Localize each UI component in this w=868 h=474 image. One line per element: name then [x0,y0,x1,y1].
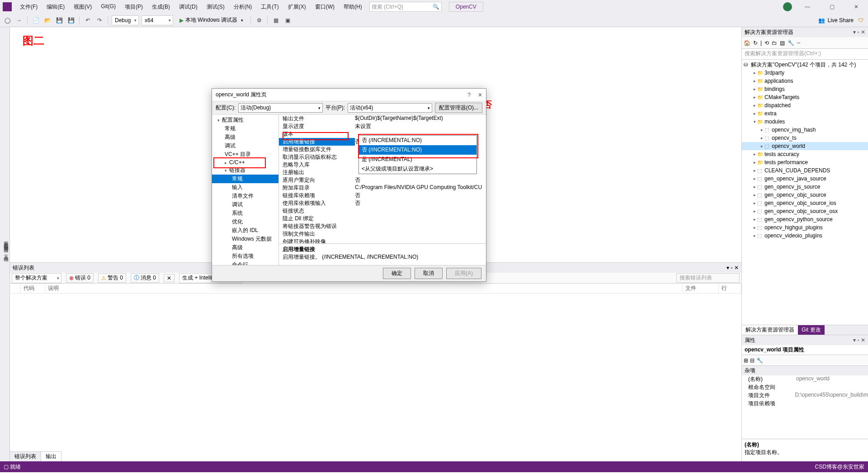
panel-controls[interactable]: ▾ ▫ ✕ [726,265,739,271]
menu-item[interactable]: 分析(N) [229,3,257,11]
collapse-icon[interactable]: 🗀 [772,40,777,46]
tree-item[interactable]: ▸📁applications [742,77,868,85]
tab-git-changes[interactable]: Git 更改 [798,325,825,335]
category-item[interactable]: 所有选项 [212,252,278,261]
close-icon[interactable]: ✕ [847,4,865,10]
home-icon[interactable]: 🏠 [744,40,750,46]
clear-filter[interactable]: ✕ [164,274,175,282]
category-item[interactable]: ▾配置属性 [212,116,278,124]
dropdown-option[interactable]: 是 (/INCREMENTAL) [359,155,476,164]
avatar[interactable] [783,2,792,11]
apply-button[interactable]: 应用(A) [446,268,481,279]
category-item[interactable]: 命令行 [212,261,278,265]
category-item[interactable]: 高级 [212,133,278,142]
property-row[interactable]: 输出文件$(OutDir)$(TargetName)$(TargetExt) [279,115,486,123]
props-icon[interactable]: 🔧 [788,40,794,46]
undo-icon[interactable]: ↶ [83,16,92,25]
minimize-icon[interactable]: — [798,4,816,10]
property-row[interactable]: 附加库目录C:/Program Files/NVIDIA GPU Computi… [279,184,486,192]
solution-name[interactable]: OpenCV [449,2,483,12]
menu-item[interactable]: Git(G) [96,3,120,11]
tree-item[interactable]: ▸⬚opencv_videoio_plugins [742,232,868,240]
menu-item[interactable]: 文件(F) [15,3,42,11]
tree-item[interactable]: ▸⬚gen_opencv_objc_source [742,191,868,199]
open-icon[interactable]: 📂 [43,16,52,25]
property-row[interactable]: 显示进度未设置 [279,123,486,130]
menu-item[interactable]: 视图(V) [69,3,96,11]
showall-icon[interactable]: ▤ [780,40,785,46]
tree-item[interactable]: ▸⬚gen_opencv_objc_source_ios [742,199,868,207]
property-grid[interactable]: 输出文件$(OutDir)$(TargetName)$(TargetExt)显示… [279,115,486,243]
menu-item[interactable]: 窗口(W) [311,3,339,11]
dropdown-option[interactable]: 否 (/INCREMENTAL:NO) [359,145,476,155]
maximize-icon[interactable]: ▢ [823,4,841,10]
refresh-icon[interactable]: ↻ [753,40,758,46]
category-item[interactable]: 嵌入的 IDL [212,226,278,235]
live-share-button[interactable]: Live Share [828,17,854,24]
incremental-link-dropdown[interactable]: 否 (/INCREMENTAL:NO) 否 (/INCREMENTAL:NO) … [359,135,477,174]
tree-item[interactable]: ▸⬚opencv_img_hash [742,126,868,134]
config-combo[interactable]: Debug [112,15,139,25]
tree-item[interactable]: ▾📁modules [742,118,868,126]
menu-item[interactable]: 测试(S) [202,3,229,11]
category-item[interactable]: 高级 [212,243,278,252]
dropdown-option[interactable]: <从父级或项目默认设置继承> [359,164,476,174]
tree-item[interactable]: ▸📁tests performance [742,158,868,166]
save-icon[interactable]: 💾 [55,16,64,25]
messages-filter[interactable]: ⓘ消息 0 [131,273,159,283]
left-tool-tabs[interactable]: 服务器资源管理器 工具箱 [0,27,10,461]
property-row[interactable]: 阻止 Dll 绑定 [279,215,486,223]
config-manager-button[interactable]: 配置管理器(O)... [435,103,482,113]
category-item[interactable]: 输入 [212,183,278,192]
solution-explorer-toolbar[interactable]: 🏠 ↻ | ⟲ 🗀 ▤ 🔧 ┄ [742,37,868,49]
menu-item[interactable]: 扩展(X) [283,3,311,11]
tool3-icon[interactable]: ▣ [283,16,292,25]
property-row[interactable]: 强制文件输出 [279,230,486,238]
dialog-close-icon[interactable]: ✕ [478,92,482,98]
category-item[interactable]: ▾链接器 [212,166,278,175]
property-row[interactable]: 链接库依赖项否 [279,192,486,199]
tree-item[interactable]: ▸📁tests accuracy [742,150,868,158]
search-input[interactable]: 搜索 (Ctrl+Q)🔍 [369,2,442,12]
property-row[interactable]: 逐用户重定向否 [279,176,486,184]
tab-output[interactable]: 输出 [41,452,61,461]
tree-item[interactable]: ▸⬚opencv_world [742,142,868,150]
category-item[interactable]: ▸C/C++ [212,159,278,166]
category-item[interactable]: 调试 [212,200,278,209]
category-item[interactable]: 常规 [212,175,278,183]
admin-icon[interactable]: 🛡 [856,16,865,25]
tree-item[interactable]: ▸⬚gen_opencv_objc_source_osx [742,207,868,215]
category-item[interactable]: Windows 元数据 [212,235,278,243]
nav-back-icon[interactable]: ◯ [3,16,12,25]
config-dropdown[interactable]: 活动(Debug) [238,103,323,113]
dropdown-option[interactable]: 否 (/INCREMENTAL:NO) [359,136,476,145]
tree-item[interactable]: ▸📁extra [742,109,868,118]
tool2-icon[interactable]: ▦ [271,16,280,25]
tree-item[interactable]: ▸📁CMakeTargets [742,93,868,101]
solution-search-input[interactable]: 搜索解决方案资源管理器(Ctrl+;) [742,49,868,60]
tree-item[interactable]: ▸⬚gen_opencv_java_source [742,175,868,183]
error-search-input[interactable]: 搜索错误列表 [676,273,740,283]
tree-item[interactable]: ▸📁3rdparty [742,69,868,77]
menu-item[interactable]: 项目(P) [120,3,147,11]
property-row[interactable]: 将链接器警告视为错误 [279,223,486,230]
menu-item[interactable]: 调试(D) [175,3,202,11]
category-tree[interactable]: ▾配置属性常规高级调试VC++ 目录▸C/C++▾链接器常规输入清单文件调试系统… [212,115,279,265]
run-button[interactable]: ▶本地 Windows 调试器▾ [176,16,247,24]
menu-item[interactable]: 编辑(E) [42,3,69,11]
save-all-icon[interactable]: 💾 [66,16,75,25]
category-item[interactable]: 清单文件 [212,192,278,200]
tab-solution-explorer[interactable]: 解决方案资源管理器 [742,325,798,335]
tree-item[interactable]: ▸⬚gen_opencv_js_source [742,183,868,191]
tree-item[interactable]: ▸📁dispatched [742,101,868,109]
new-icon[interactable]: 📄 [31,16,40,25]
menu-item[interactable]: 帮助(H) [339,3,367,11]
solution-tree[interactable]: ⛁解决方案"OpenCV"(142 个项目，共 142 个) ▸📁3rdpart… [742,60,868,325]
menu-item[interactable]: 生成(B) [147,3,175,11]
tree-item[interactable]: ▸⬚gen_opencv_python_source [742,215,868,223]
redo-icon[interactable]: ↷ [95,16,104,25]
scope-combo[interactable]: 整个解决方案 [12,273,61,283]
menu-item[interactable]: 工具(T) [256,3,283,11]
nav-fwd-icon[interactable]: → [14,16,24,25]
category-item[interactable]: 系统 [212,209,278,218]
